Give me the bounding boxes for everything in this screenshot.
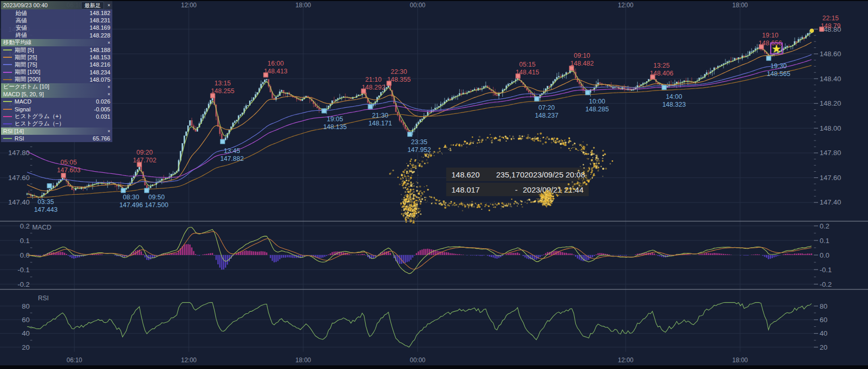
- annotation-marker[interactable]: [361, 89, 366, 94]
- row-value: 0.031: [96, 113, 110, 120]
- row-label: 始値: [3, 9, 89, 17]
- annotation-trough-label: 03:35147.443: [34, 198, 57, 214]
- svg-text:80: 80: [22, 302, 30, 310]
- series-color-swatch: [3, 57, 12, 58]
- annotation-peak-label: 05:05147.603: [57, 159, 80, 174]
- annotation-marker[interactable]: [61, 173, 66, 178]
- annotation-marker[interactable]: [221, 139, 225, 144]
- rsi-line-row: RSI65.766: [1, 135, 112, 142]
- svg-text:0.1: 0.1: [820, 237, 830, 245]
- annotation-marker[interactable]: [651, 75, 655, 80]
- series-color-swatch: [3, 64, 12, 65]
- tooltip-high-datetime: 2023/09/25 20:08: [524, 170, 585, 179]
- x-axis-label-bottom: 18:00: [732, 357, 748, 364]
- x-axis-label-bottom: 18:00: [295, 357, 311, 364]
- x-axis-label-bottom: 12:00: [181, 357, 197, 364]
- close-icon[interactable]: ×: [108, 40, 110, 45]
- annotation-marker[interactable]: [759, 45, 764, 49]
- rsi-header[interactable]: RSI [14]×: [1, 128, 112, 135]
- macd-plot: [27, 227, 812, 274]
- svg-text:0.1: 0.1: [20, 237, 30, 245]
- svg-text:147.40: 147.40: [820, 198, 841, 206]
- tooltip-high-price: 148.620: [451, 170, 496, 179]
- x-axis-label-bottom: 06:10: [67, 357, 82, 364]
- x-axis-label-top: 18:00: [295, 2, 311, 9]
- x-axis-label-top: 12:00: [618, 2, 633, 9]
- tooltip-low-price: 148.017: [451, 185, 496, 194]
- close-icon[interactable]: ×: [108, 92, 110, 97]
- annotation-trough-label: 23:35147.952: [407, 138, 431, 154]
- tooltip-low-dash: -: [496, 185, 523, 194]
- annotation-marker[interactable]: [408, 132, 412, 137]
- tooltip-row-low: 148.017 - 2023/09/21 21:44: [446, 183, 589, 196]
- annotation-marker[interactable]: [121, 188, 126, 193]
- annotation-marker[interactable]: [47, 184, 52, 188]
- rsi-panel-title: RSI: [38, 295, 49, 302]
- section-title: MACD [5, 20, 9]: [3, 91, 104, 97]
- svg-text:148.40: 148.40: [820, 75, 841, 83]
- svg-text:148.20: 148.20: [820, 99, 841, 107]
- ma-25: 期間 [25]148.153: [1, 54, 112, 61]
- annotation-marker[interactable]: [516, 74, 521, 79]
- annotation-marker[interactable]: [662, 85, 667, 90]
- row-value: 148.169: [89, 24, 110, 31]
- ma-5: 期間 [5]148.188: [1, 46, 112, 54]
- close-icon[interactable]: ×: [108, 84, 110, 90]
- annotation-marker[interactable]: [145, 188, 149, 193]
- annotation-marker[interactable]: [535, 97, 539, 101]
- annotation-trough-label: 09:50147.500: [145, 194, 168, 209]
- annotation-trough-label: 21:30148.171: [368, 112, 392, 128]
- candlesticks: [27, 30, 812, 200]
- svg-text:0.2: 0.2: [20, 222, 30, 230]
- annotation-marker[interactable]: [322, 109, 327, 113]
- svg-text:148.00: 148.00: [820, 124, 841, 132]
- series-color-swatch: [3, 116, 12, 117]
- latest-bar-chip[interactable]: 最新足: [81, 2, 104, 9]
- annotation-marker[interactable]: [569, 66, 574, 71]
- annotation-marker[interactable]: [387, 81, 392, 86]
- axis-labels: 148.80148.80148.60148.60148.40148.40148.…: [8, 2, 841, 364]
- macd-header[interactable]: MACD [5, 20, 9]×: [1, 91, 112, 98]
- row-label: MACD: [15, 98, 96, 105]
- row-value: 148.234: [89, 69, 110, 75]
- close-price: 終値148.228: [1, 32, 112, 39]
- svg-text:-0.1: -0.1: [18, 266, 30, 274]
- section-title: ピークボトム [10]: [3, 83, 104, 91]
- annotation-marker[interactable]: [820, 27, 824, 32]
- annotation-marker[interactable]: [368, 105, 373, 109]
- x-axis-label-top: 12:00: [181, 2, 197, 9]
- annotation-marker[interactable]: [211, 94, 215, 98]
- latest-price-dot: [810, 29, 814, 33]
- annotation-marker[interactable]: [264, 73, 268, 78]
- window-edge-top: [0, 0, 868, 1]
- moving-average-header[interactable]: 移動平均線×: [1, 39, 112, 46]
- series-color-swatch: [3, 72, 12, 73]
- annotation-marker[interactable]: [137, 162, 142, 167]
- series-color-swatch: [3, 49, 12, 50]
- svg-text:20: 20: [22, 343, 30, 351]
- svg-text:60: 60: [22, 316, 30, 324]
- series-color-swatch: [3, 79, 12, 80]
- row-value: 148.188: [89, 47, 110, 53]
- annotation-marker[interactable]: [767, 56, 771, 61]
- ma-100: 期間 [100]148.234: [1, 69, 112, 76]
- row-value: 148.075: [89, 77, 110, 83]
- svg-text:0.0: 0.0: [820, 251, 830, 259]
- close-icon[interactable]: ×: [108, 3, 110, 8]
- svg-text:80: 80: [820, 302, 827, 310]
- tooltip-high-volume: 235,170: [496, 170, 524, 179]
- row-value: 0.026: [96, 98, 110, 105]
- macd-line-row: MACD0.026: [1, 98, 112, 105]
- high-price: 高値148.231: [1, 17, 112, 24]
- annotation-trough-label: 13:45147.882: [220, 147, 243, 163]
- row-value: 148.153: [89, 54, 110, 60]
- annotation-trough-label: 08:30147.496: [119, 194, 142, 209]
- annotation-marker[interactable]: [586, 91, 590, 95]
- svg-text:147.60: 147.60: [8, 174, 30, 182]
- close-icon[interactable]: ×: [108, 129, 110, 134]
- star-marker[interactable]: ★: [770, 43, 783, 55]
- gridlines: [0, 0, 814, 352]
- peak-bottom-header[interactable]: ピークボトム [10]×: [1, 83, 112, 91]
- x-axis-label-top: 18:00: [732, 2, 748, 9]
- svg-text:60: 60: [820, 316, 827, 324]
